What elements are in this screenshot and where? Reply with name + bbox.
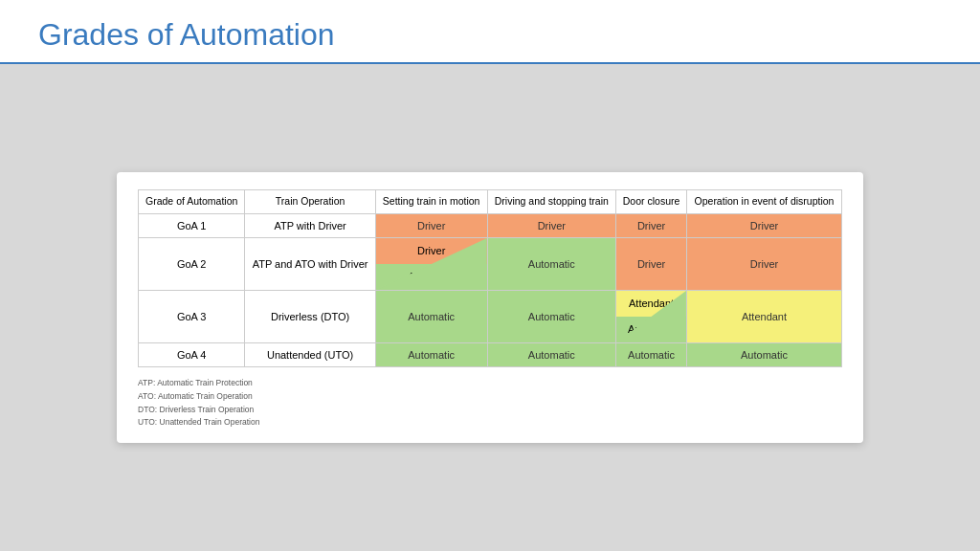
content-area: Grade of Automation Train Operation Sett…	[0, 64, 980, 551]
table-row: GoA 3 Driverless (DTO) Automatic Automat…	[139, 291, 842, 343]
driving-cell: Automatic	[487, 343, 616, 367]
operation-label: Unattended (UTO)	[245, 343, 375, 367]
operation-label: Driverless (DTO)	[245, 291, 375, 343]
disruption-cell: Driver	[687, 238, 842, 291]
col-driving: Driving and stopping train	[487, 190, 616, 214]
door-cell: Driver	[616, 213, 687, 237]
slide-card: Grade of Automation Train Operation Sett…	[117, 172, 863, 443]
grade-label: GoA 1	[139, 213, 245, 237]
grade-label: GoA 2	[139, 238, 245, 291]
col-operation: Train Operation	[245, 190, 375, 214]
door-cell: Driver	[616, 238, 687, 291]
svg-marker-0	[376, 238, 487, 290]
footnote-ato: ATO: Automatic Train Operation	[138, 390, 842, 404]
grade-label: GoA 3	[139, 291, 245, 343]
motion-cell: Automatic	[375, 343, 487, 367]
col-door: Door closure	[616, 190, 687, 214]
grade-label: GoA 4	[139, 343, 245, 367]
driving-cell: Automatic	[487, 291, 616, 343]
door-cell-split: Attendant Automatic	[616, 291, 687, 343]
motion-cell-split: Driver Automatic	[375, 238, 487, 291]
footnote-atp: ATP: Automatic Train Protection	[138, 377, 842, 390]
table-header-row: Grade of Automation Train Operation Sett…	[139, 190, 842, 214]
automation-table: Grade of Automation Train Operation Sett…	[138, 189, 842, 367]
door-cell: Automatic	[616, 343, 687, 367]
driving-cell: Automatic	[487, 238, 616, 291]
col-disruption: Operation in event of disruption	[687, 190, 842, 214]
footnote-dto: DTO: Driverless Train Operation	[138, 404, 842, 417]
footnotes: ATP: Automatic Train Protection ATO: Aut…	[138, 377, 842, 429]
driving-cell: Driver	[487, 213, 616, 237]
table-row: GoA 1 ATP with Driver Driver Driver Driv…	[139, 213, 842, 237]
motion-cell: Driver	[375, 213, 487, 237]
disruption-cell: Attendant	[687, 291, 842, 343]
disruption-cell: Automatic	[687, 343, 842, 367]
slide-header: Grades of Automation	[0, 0, 980, 64]
table-row: GoA 4 Unattended (UTO) Automatic Automat…	[139, 343, 842, 367]
operation-label: ATP with Driver	[245, 213, 375, 237]
footnote-uto: UTO: Unattended Train Operation	[138, 416, 842, 430]
col-motion: Setting train in motion	[375, 190, 487, 214]
operation-label: ATP and ATO with Driver	[245, 238, 375, 291]
disruption-cell: Driver	[687, 213, 842, 237]
col-grade: Grade of Automation	[139, 190, 245, 214]
motion-cell: Automatic	[375, 291, 487, 343]
page-title: Grades of Automation	[38, 17, 942, 62]
table-row: GoA 2 ATP and ATO with Driver Driver Aut…	[139, 238, 842, 291]
svg-marker-1	[616, 291, 686, 342]
